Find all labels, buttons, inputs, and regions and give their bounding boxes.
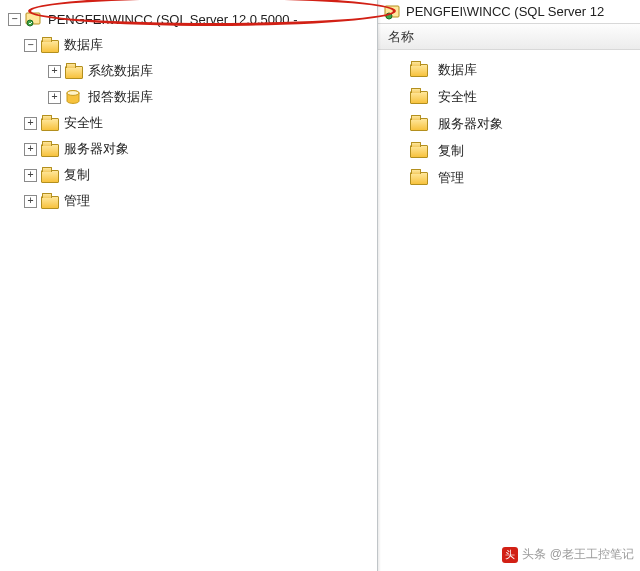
tree-node-replication[interactable]: + 复制 bbox=[0, 162, 377, 188]
watermark-source: 头条 bbox=[522, 546, 546, 563]
svg-point-3 bbox=[67, 91, 79, 96]
server-label: PENGFEI\WINCC (SQL Server 12.0.5000 - bbox=[48, 12, 297, 27]
list-item-label: 管理 bbox=[438, 169, 464, 187]
breadcrumb-text: PENGFEI\WINCC (SQL Server 12 bbox=[406, 4, 604, 19]
svg-point-1 bbox=[27, 20, 33, 26]
server-icon bbox=[384, 4, 402, 20]
tree-node-label: 系统数据库 bbox=[88, 62, 153, 80]
details-pane[interactable]: PENGFEI\WINCC (SQL Server 12 名称 数据库 安全性 … bbox=[378, 0, 640, 571]
tree-node-report-database[interactable]: + 报答数据库 bbox=[0, 84, 377, 110]
list-item[interactable]: 数据库 bbox=[382, 56, 636, 83]
collapse-icon[interactable]: − bbox=[8, 13, 21, 26]
folder-icon bbox=[41, 144, 59, 157]
folder-icon bbox=[410, 145, 428, 158]
expand-icon[interactable]: + bbox=[24, 143, 37, 156]
folder-icon bbox=[410, 172, 428, 185]
tree-node-label: 复制 bbox=[64, 166, 90, 184]
watermark-author: @老王工控笔记 bbox=[550, 546, 634, 563]
folder-icon bbox=[41, 118, 59, 131]
expand-icon[interactable]: + bbox=[24, 195, 37, 208]
watermark-icon: 头 bbox=[502, 547, 518, 563]
tree-node-system-databases[interactable]: + 系统数据库 bbox=[0, 58, 377, 84]
expand-icon[interactable]: + bbox=[48, 65, 61, 78]
list-item-label: 服务器对象 bbox=[438, 115, 503, 133]
folder-icon bbox=[65, 66, 83, 79]
folder-icon bbox=[410, 118, 428, 131]
object-explorer-tree[interactable]: − PENGFEI\WINCC (SQL Server 12.0.5000 - … bbox=[0, 0, 378, 571]
folder-icon bbox=[41, 196, 59, 209]
folder-icon bbox=[41, 170, 59, 183]
tree-node-label: 数据库 bbox=[64, 36, 103, 54]
list-item-label: 复制 bbox=[438, 142, 464, 160]
list-item[interactable]: 安全性 bbox=[382, 83, 636, 110]
list-item[interactable]: 管理 bbox=[382, 164, 636, 191]
expand-icon[interactable]: + bbox=[24, 117, 37, 130]
tree-node-label: 安全性 bbox=[64, 114, 103, 132]
collapse-icon[interactable]: − bbox=[24, 39, 37, 52]
tree-node-management[interactable]: + 管理 bbox=[0, 188, 377, 214]
tree-node-label: 报答数据库 bbox=[88, 88, 153, 106]
column-header-name[interactable]: 名称 bbox=[378, 24, 640, 50]
database-icon bbox=[65, 89, 83, 105]
breadcrumb-bar[interactable]: PENGFEI\WINCC (SQL Server 12 bbox=[378, 0, 640, 24]
server-icon bbox=[25, 11, 43, 27]
tree-node-label: 服务器对象 bbox=[64, 140, 129, 158]
folder-icon bbox=[410, 91, 428, 104]
tree-node-server-objects[interactable]: + 服务器对象 bbox=[0, 136, 377, 162]
expand-icon[interactable]: + bbox=[48, 91, 61, 104]
svg-point-5 bbox=[386, 13, 392, 19]
tree-node-security[interactable]: + 安全性 bbox=[0, 110, 377, 136]
details-list[interactable]: 数据库 安全性 服务器对象 复制 管理 bbox=[378, 50, 640, 197]
folder-icon bbox=[41, 40, 59, 53]
list-item[interactable]: 服务器对象 bbox=[382, 110, 636, 137]
tree-node-databases[interactable]: − 数据库 bbox=[0, 32, 377, 58]
pane-divider[interactable] bbox=[378, 0, 381, 571]
list-item-label: 安全性 bbox=[438, 88, 477, 106]
list-item-label: 数据库 bbox=[438, 61, 477, 79]
watermark: 头 头条 @老王工控笔记 bbox=[502, 546, 634, 563]
expand-icon[interactable]: + bbox=[24, 169, 37, 182]
tree-node-label: 管理 bbox=[64, 192, 90, 210]
list-item[interactable]: 复制 bbox=[382, 137, 636, 164]
folder-icon bbox=[410, 64, 428, 77]
tree-server-node[interactable]: − PENGFEI\WINCC (SQL Server 12.0.5000 - bbox=[0, 6, 377, 32]
